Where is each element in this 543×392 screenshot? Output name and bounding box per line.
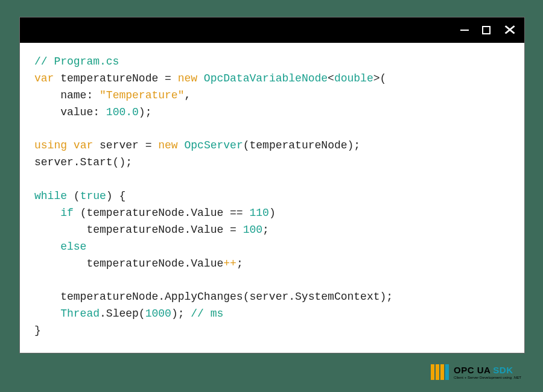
code-text: (temperatureNode.Value == <box>74 207 250 219</box>
code-text: ) { <box>106 190 125 202</box>
code-text: (temperatureNode); <box>243 139 360 151</box>
code-text <box>34 207 60 219</box>
code-text: .Sleep( <box>100 308 145 320</box>
code-text <box>178 139 185 151</box>
kw-else: else <box>60 241 86 253</box>
close-icon[interactable]: ✕ <box>503 23 517 37</box>
kw-new: new <box>158 139 177 151</box>
maximize-icon[interactable] <box>482 26 491 34</box>
code-text: temperatureNode = <box>54 72 177 84</box>
kw-var: var <box>74 139 93 151</box>
kw-true: true <box>80 190 106 202</box>
string-literal: "Temperature" <box>100 89 184 101</box>
code-text: value: <box>34 106 106 118</box>
code-comment: // ms <box>191 308 223 320</box>
brand-bars-icon <box>431 364 449 380</box>
minimize-icon[interactable] <box>460 30 469 31</box>
code-text: ( <box>67 190 80 202</box>
type-param: double <box>334 72 373 84</box>
code-text: ; <box>262 224 269 236</box>
brand-name: OPC UASDK <box>454 365 521 375</box>
code-text: , <box>184 89 191 101</box>
code-window: ✕ // Program.cs var temperatureNode = ne… <box>19 17 525 353</box>
brand-badge: OPC UASDK Client + Server Development us… <box>431 364 521 380</box>
code-text: >( <box>373 72 387 84</box>
number-literal: 1000 <box>145 308 171 320</box>
type-name: OpcServer <box>184 139 243 151</box>
code-text: ; <box>237 258 243 270</box>
code-text: } <box>34 324 41 337</box>
brand-name-b: SDK <box>493 365 513 375</box>
code-text <box>197 72 204 84</box>
number-literal: 100.0 <box>106 106 139 118</box>
code-text <box>34 308 60 320</box>
code-text: server.Start(); <box>34 156 132 168</box>
code-text: temperatureNode.Value <box>34 258 223 270</box>
code-text: name: <box>34 89 100 101</box>
type-name: Thread <box>60 308 100 320</box>
kw-if: if <box>60 207 74 219</box>
code-block: // Program.cs var temperatureNode = new … <box>20 43 524 353</box>
code-text: temperatureNode.ApplyChanges(server.Syst… <box>34 291 393 303</box>
kw-while: while <box>34 190 67 202</box>
type-name: OpcDataVariableNode <box>204 72 328 84</box>
op-inc: ++ <box>223 258 237 270</box>
code-text <box>67 139 74 151</box>
number-literal: 110 <box>249 207 268 219</box>
window-titlebar: ✕ <box>20 17 524 43</box>
code-text <box>34 241 60 253</box>
kw-new: new <box>178 72 197 84</box>
code-text: ); <box>139 106 152 118</box>
code-text: < <box>328 72 334 84</box>
brand-name-a: OPC UA <box>454 365 491 375</box>
code-text: ) <box>269 207 276 219</box>
number-literal: 100 <box>243 224 262 236</box>
code-comment: // Program.cs <box>34 55 119 68</box>
code-text: temperatureNode.Value = <box>34 224 243 236</box>
code-text: ); <box>171 308 191 320</box>
kw-using: using <box>34 139 67 151</box>
brand-tagline: Client + Server Development using .NET <box>454 376 521 379</box>
kw-var: var <box>34 72 54 84</box>
code-text: server = <box>93 139 158 151</box>
